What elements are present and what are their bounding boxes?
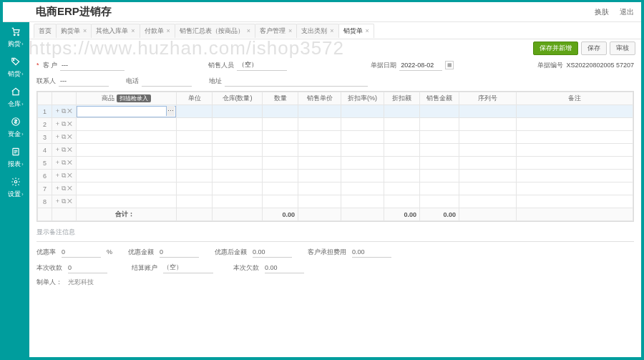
sidebar-item-tag[interactable]: 销货› [2, 52, 29, 82]
grid-cell[interactable] [341, 157, 384, 170]
grid-cell[interactable] [263, 195, 298, 208]
table-row[interactable]: 5+ ⧉ ✕ [38, 157, 633, 170]
grid-cell[interactable] [177, 195, 213, 208]
grid-cell[interactable] [517, 144, 633, 157]
grid-cell[interactable] [384, 105, 420, 118]
grid-cell[interactable] [420, 195, 459, 208]
grid-cell[interactable] [459, 144, 517, 157]
product-cell[interactable] [77, 170, 177, 183]
grid-cell[interactable] [341, 170, 384, 183]
table-row[interactable]: 3+ ⧉ ✕ [38, 131, 633, 144]
grid-cell[interactable] [517, 183, 633, 195]
close-icon[interactable]: × [288, 27, 292, 34]
grid-cell[interactable] [298, 195, 341, 208]
row-ops[interactable]: + ⧉ ✕ [52, 118, 77, 131]
grid-cell[interactable] [384, 195, 420, 208]
close-icon[interactable]: × [83, 27, 87, 34]
bill-date-input[interactable] [399, 59, 442, 71]
close-icon[interactable]: × [131, 27, 135, 34]
grid-cell[interactable] [263, 144, 298, 157]
row-ops[interactable]: + ⧉ ✕ [52, 157, 77, 170]
grid-cell[interactable] [263, 183, 298, 195]
dropdown-icon[interactable]: ⋯ [166, 106, 175, 116]
grid-cell[interactable] [341, 183, 384, 195]
table-row[interactable]: 6+ ⧉ ✕ [38, 170, 633, 183]
grid-cell[interactable] [298, 157, 341, 170]
tab-6[interactable]: 支出类别× [296, 24, 338, 38]
tab-1[interactable]: 购货单× [56, 24, 92, 38]
tab-3[interactable]: 付款单× [140, 24, 175, 38]
logout-link[interactable]: 退出 [620, 8, 634, 16]
close-icon[interactable]: × [167, 27, 170, 34]
grid-cell[interactable] [384, 144, 420, 157]
grid-cell[interactable] [213, 183, 263, 195]
grid-cell[interactable] [341, 131, 384, 144]
row-ops[interactable]: + ⧉ ✕ [52, 195, 77, 208]
grid-cell[interactable] [517, 118, 633, 131]
grid-cell[interactable] [459, 105, 517, 118]
grid-cell[interactable] [459, 170, 517, 183]
grid-cell[interactable] [384, 157, 420, 170]
grid-cell[interactable] [213, 195, 263, 208]
tab-2[interactable]: 其他入库单× [91, 24, 140, 38]
address-input[interactable] [225, 75, 368, 87]
row-ops[interactable]: + ⧉ ✕ [52, 183, 77, 195]
product-cell[interactable] [77, 183, 177, 195]
row-ops[interactable]: + ⧉ ✕ [52, 105, 77, 118]
grid-cell[interactable] [384, 118, 420, 131]
grid-cell[interactable] [341, 195, 384, 208]
settle-acct-select[interactable] [163, 262, 213, 273]
grid-cell[interactable] [517, 131, 633, 144]
product-input[interactable] [77, 106, 176, 117]
grid-cell[interactable] [298, 170, 341, 183]
grid-cell[interactable] [298, 131, 341, 144]
grid-cell[interactable] [177, 118, 213, 131]
grid-cell[interactable] [177, 105, 213, 118]
grid-cell[interactable] [420, 144, 459, 157]
skin-link[interactable]: 换肤 [595, 8, 609, 16]
save-button[interactable]: 保存 [581, 42, 607, 55]
remark-area[interactable]: 显示备注信息 [36, 226, 634, 242]
grid-cell[interactable] [213, 131, 263, 144]
sidebar-item-cart[interactable]: 购货› [2, 22, 29, 52]
linkman-input[interactable] [59, 75, 109, 87]
grid-cell[interactable] [420, 183, 459, 195]
product-cell[interactable]: ⋯ [77, 105, 177, 118]
grid-cell[interactable] [263, 157, 298, 170]
product-cell[interactable] [77, 157, 177, 170]
grid-cell[interactable] [459, 195, 517, 208]
sidebar-item-house[interactable]: 仓库› [2, 82, 29, 112]
row-ops[interactable]: + ⧉ ✕ [52, 144, 77, 157]
grid-cell[interactable] [298, 183, 341, 195]
grid-cell[interactable] [517, 157, 633, 170]
product-cell[interactable] [77, 195, 177, 208]
grid-cell[interactable] [517, 195, 633, 208]
grid-cell[interactable] [384, 170, 420, 183]
discount-rate-input[interactable] [62, 246, 101, 258]
tab-0[interactable]: 首页 [34, 24, 57, 38]
grid-cell[interactable] [177, 183, 213, 195]
row-ops[interactable]: + ⧉ ✕ [52, 131, 77, 144]
grid-cell[interactable] [177, 170, 213, 183]
grid-cell[interactable] [384, 131, 420, 144]
tab-5[interactable]: 客户管理× [255, 24, 297, 38]
grid-cell[interactable] [341, 144, 384, 157]
grid-cell[interactable] [341, 105, 384, 118]
grid-cell[interactable] [420, 157, 459, 170]
close-icon[interactable]: × [247, 27, 250, 34]
table-row[interactable]: 8+ ⧉ ✕ [38, 195, 633, 208]
grid-cell[interactable] [459, 183, 517, 195]
table-row[interactable]: 7+ ⧉ ✕ [38, 183, 633, 195]
phone-input[interactable] [142, 75, 192, 87]
grid-cell[interactable] [459, 157, 517, 170]
audit-button[interactable]: 审核 [610, 42, 635, 55]
calendar-icon[interactable]: ▦ [445, 61, 454, 69]
grid-cell[interactable] [420, 105, 459, 118]
tab-7[interactable]: 销货单× [338, 24, 374, 38]
customer-select[interactable] [60, 59, 125, 71]
grid-cell[interactable] [263, 131, 298, 144]
grid-cell[interactable] [517, 170, 633, 183]
grid-cell[interactable] [177, 131, 213, 144]
product-cell[interactable] [77, 131, 177, 144]
grid-cell[interactable] [384, 183, 420, 195]
